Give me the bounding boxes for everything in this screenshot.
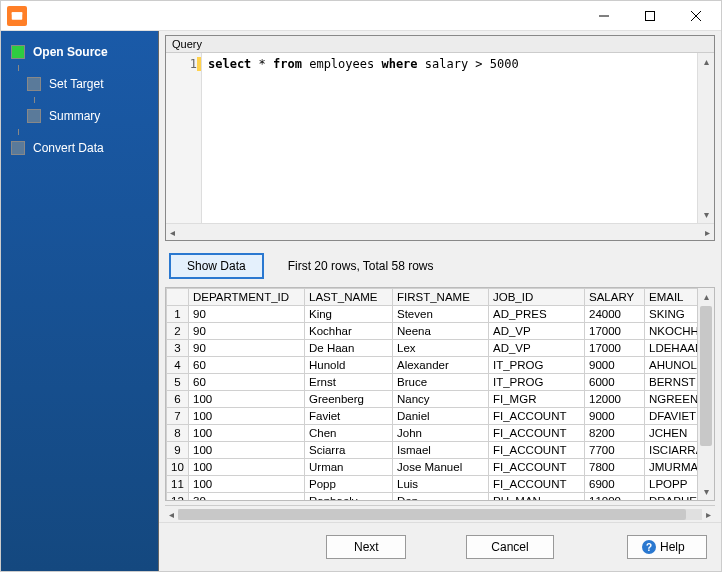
table-cell[interactable]: AD_PRES	[489, 306, 585, 323]
column-header[interactable]: FIRST_NAME	[393, 289, 489, 306]
table-cell[interactable]: 100	[189, 425, 305, 442]
column-header[interactable]: SALARY	[585, 289, 645, 306]
table-cell[interactable]: Neena	[393, 323, 489, 340]
table-cell[interactable]: 17000	[585, 323, 645, 340]
step-open-source[interactable]: Open Source	[5, 39, 154, 65]
close-button[interactable]	[673, 1, 719, 31]
table-cell[interactable]: 30	[189, 493, 305, 501]
table-row[interactable]: 6100GreenbergNancyFI_MGR12000NGREENB	[167, 391, 698, 408]
table-cell[interactable]: DFAVIET	[645, 408, 698, 425]
table-cell[interactable]: Ernst	[305, 374, 393, 391]
grid-horizontal-scrollbar[interactable]: ◂ ▸	[165, 505, 715, 522]
table-cell[interactable]: 100	[189, 391, 305, 408]
table-row[interactable]: 390De HaanLexAD_VP17000LDEHAAN	[167, 340, 698, 357]
table-cell[interactable]: Lex	[393, 340, 489, 357]
table-cell[interactable]: 60	[189, 374, 305, 391]
sql-editor[interactable]: 1 select * from employees where salary >…	[166, 53, 697, 223]
minimize-button[interactable]	[581, 1, 627, 31]
table-cell[interactable]: FI_MGR	[489, 391, 585, 408]
results-table[interactable]: DEPARTMENT_ID LAST_NAME FIRST_NAME JOB_I…	[166, 288, 697, 500]
table-cell[interactable]: IT_PROG	[489, 357, 585, 374]
table-cell[interactable]: 90	[189, 340, 305, 357]
table-cell[interactable]: Kochhar	[305, 323, 393, 340]
table-cell[interactable]: 6900	[585, 476, 645, 493]
table-cell[interactable]: Raphaely	[305, 493, 393, 501]
table-cell[interactable]: Urman	[305, 459, 393, 476]
scroll-right-icon[interactable]: ▸	[706, 509, 711, 520]
column-header[interactable]: LAST_NAME	[305, 289, 393, 306]
table-row[interactable]: 190KingStevenAD_PRES24000SKING	[167, 306, 698, 323]
table-row[interactable]: 10100UrmanJose ManuelFI_ACCOUNT7800JMURM…	[167, 459, 698, 476]
cancel-button[interactable]: Cancel	[466, 535, 553, 559]
table-cell[interactable]: Faviet	[305, 408, 393, 425]
row-number-header[interactable]	[167, 289, 189, 306]
table-cell[interactable]: 100	[189, 476, 305, 493]
column-header[interactable]: DEPARTMENT_ID	[189, 289, 305, 306]
table-cell[interactable]: 8200	[585, 425, 645, 442]
table-cell[interactable]: Daniel	[393, 408, 489, 425]
table-cell[interactable]: NKOCHH	[645, 323, 698, 340]
table-cell[interactable]: Popp	[305, 476, 393, 493]
grid-vertical-scrollbar[interactable]: ▴ ▾	[697, 288, 714, 500]
table-cell[interactable]: Alexander	[393, 357, 489, 374]
table-cell[interactable]: JCHEN	[645, 425, 698, 442]
table-cell[interactable]: 90	[189, 323, 305, 340]
table-cell[interactable]: FI_ACCOUNT	[489, 442, 585, 459]
editor-vertical-scrollbar[interactable]: ▴ ▾	[697, 53, 714, 223]
table-cell[interactable]: AD_VP	[489, 323, 585, 340]
scroll-left-icon[interactable]: ◂	[169, 509, 174, 520]
table-row[interactable]: 460HunoldAlexanderIT_PROG9000AHUNOL	[167, 357, 698, 374]
scroll-up-icon[interactable]: ▴	[698, 288, 714, 305]
table-cell[interactable]: 11000	[585, 493, 645, 501]
table-cell[interactable]: De Haan	[305, 340, 393, 357]
table-cell[interactable]: Den	[393, 493, 489, 501]
sql-code[interactable]: select * from employees where salary > 5…	[202, 53, 697, 223]
table-cell[interactable]: JMURMA	[645, 459, 698, 476]
scroll-up-icon[interactable]: ▴	[698, 53, 714, 70]
table-cell[interactable]: IT_PROG	[489, 374, 585, 391]
show-data-button[interactable]: Show Data	[169, 253, 264, 279]
scroll-down-icon[interactable]: ▾	[698, 483, 714, 500]
table-cell[interactable]: 7800	[585, 459, 645, 476]
table-cell[interactable]: 100	[189, 459, 305, 476]
table-cell[interactable]: LPOPP	[645, 476, 698, 493]
table-cell[interactable]: ISCIARRA	[645, 442, 698, 459]
table-cell[interactable]: Greenberg	[305, 391, 393, 408]
scroll-right-icon[interactable]: ▸	[705, 227, 710, 238]
table-cell[interactable]: 6000	[585, 374, 645, 391]
column-header[interactable]: JOB_ID	[489, 289, 585, 306]
table-cell[interactable]: John	[393, 425, 489, 442]
table-cell[interactable]: Jose Manuel	[393, 459, 489, 476]
table-cell[interactable]: FI_ACCOUNT	[489, 408, 585, 425]
table-cell[interactable]: 60	[189, 357, 305, 374]
table-cell[interactable]: Luis	[393, 476, 489, 493]
table-cell[interactable]: 12000	[585, 391, 645, 408]
table-cell[interactable]: 7700	[585, 442, 645, 459]
table-cell[interactable]: SKING	[645, 306, 698, 323]
table-row[interactable]: 8100ChenJohnFI_ACCOUNT8200JCHEN	[167, 425, 698, 442]
table-cell[interactable]: PU_MAN	[489, 493, 585, 501]
table-cell[interactable]: 17000	[585, 340, 645, 357]
table-cell[interactable]: Hunold	[305, 357, 393, 374]
table-row[interactable]: 290KochharNeenaAD_VP17000NKOCHH	[167, 323, 698, 340]
scroll-left-icon[interactable]: ◂	[170, 227, 175, 238]
table-cell[interactable]: Ismael	[393, 442, 489, 459]
table-cell[interactable]: Chen	[305, 425, 393, 442]
table-cell[interactable]: Steven	[393, 306, 489, 323]
table-cell[interactable]: 100	[189, 442, 305, 459]
table-row[interactable]: 560ErnstBruceIT_PROG6000BERNST	[167, 374, 698, 391]
table-row[interactable]: 7100FavietDanielFI_ACCOUNT9000DFAVIET	[167, 408, 698, 425]
step-convert-data[interactable]: Convert Data	[5, 135, 154, 161]
table-cell[interactable]: Nancy	[393, 391, 489, 408]
table-cell[interactable]: LDEHAAN	[645, 340, 698, 357]
help-button[interactable]: ? Help	[627, 535, 707, 559]
step-summary[interactable]: Summary	[21, 103, 154, 129]
scrollbar-thumb[interactable]	[700, 306, 712, 446]
table-cell[interactable]: BERNST	[645, 374, 698, 391]
table-cell[interactable]: 90	[189, 306, 305, 323]
editor-horizontal-scrollbar[interactable]: ◂ ▸	[166, 223, 714, 240]
table-cell[interactable]: King	[305, 306, 393, 323]
scrollbar-thumb[interactable]	[178, 509, 686, 520]
table-cell[interactable]: Bruce	[393, 374, 489, 391]
table-cell[interactable]: 9000	[585, 408, 645, 425]
